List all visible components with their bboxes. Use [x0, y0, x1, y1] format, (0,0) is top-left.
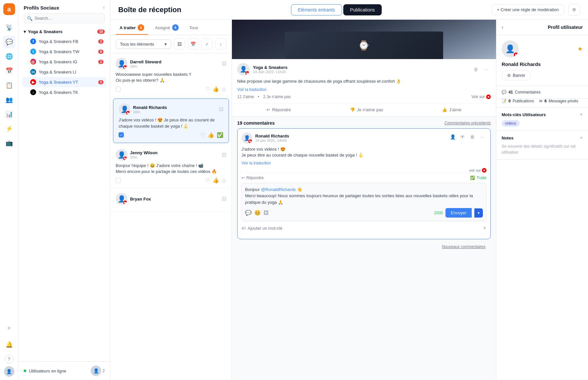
thumb-icon-3[interactable]: 👍 — [213, 177, 219, 183]
ban-icon: ⊘ — [507, 73, 511, 78]
post-like-btn[interactable]: 👍 J'aime — [439, 106, 464, 114]
post-delete-icon[interactable]: 🗑 — [471, 65, 480, 74]
header-tabs: Eléments entrants Publications — [291, 4, 382, 15]
li-icon: in — [30, 69, 36, 75]
toolbar-check-filter[interactable]: ✓ — [201, 38, 213, 50]
sidebar-item-yt[interactable]: ▶ Yoga & Sneakers YT 5 — [22, 77, 106, 87]
sidebar-item-li[interactable]: in Yoga & Sneakers LI — [22, 67, 106, 77]
post-more-icon[interactable]: ··· — [482, 65, 491, 74]
sidebar-bottom: Utilisateurs en ligne 👤 2 — [18, 361, 110, 380]
reply-mention: @RonaldRichards — [261, 187, 296, 192]
nav-user-avatar[interactable]: 👤 — [4, 366, 14, 377]
inbox-checkbox-3[interactable] — [116, 178, 121, 183]
tab-assigne-label: Assigné — [155, 25, 170, 30]
thumb-icon-1[interactable]: 👍 — [213, 86, 219, 92]
add-keyword-profile-icon[interactable]: + — [580, 112, 583, 117]
send-button[interactable]: Envoyer — [445, 208, 472, 218]
reply-image-icon[interactable]: 🖼 — [263, 210, 269, 216]
inbox-panel: A traiter 5 Assigné 4 Tous Tous les élém… — [110, 20, 232, 380]
comment-view-link-1[interactable]: voir sur ▶ — [241, 168, 486, 173]
toolbar-image-filter[interactable]: 🖼 — [174, 38, 185, 50]
tab-a-traiter-badge: 5 — [138, 24, 144, 31]
comment-delete-icon[interactable]: 🗑 — [468, 133, 477, 141]
check-icon-3[interactable]: ◎ — [222, 177, 226, 183]
sidebar-group-header[interactable]: ▾ Yoga & Sneakers 18 — [22, 27, 106, 36]
comment-assign-icon[interactable]: 👤 — [448, 133, 457, 141]
post-dislike-btn[interactable]: 👎 Je n'aime pas — [347, 106, 386, 114]
inbox-checkbox-2[interactable]: ✓ — [119, 132, 124, 137]
nav-globe[interactable]: 🌐 — [3, 50, 15, 63]
nav-calendar[interactable]: 📅 — [3, 65, 15, 77]
sidebar-collapse-icon[interactable]: ‹ — [103, 5, 105, 11]
add-note-icon[interactable]: + — [580, 135, 583, 141]
create-rule-button[interactable]: + Créer une règle de modération — [491, 4, 564, 15]
nav-help[interactable]: ? — [5, 355, 13, 363]
tab-elements-entrants[interactable]: Eléments entrants — [291, 4, 342, 15]
post-author-avatar: 👤 ▶ — [237, 63, 250, 75]
tw-icon: t — [30, 49, 36, 54]
inbox-item-1[interactable]: 👤 ▶ Darrell Steward 10m 🖼 Woooo — [110, 53, 232, 97]
post-view-link[interactable]: Voir sur ▶ — [471, 95, 491, 99]
add-keyword-icon[interactable]: + — [483, 225, 486, 232]
reply-smile-icon[interactable]: 😊 — [254, 210, 261, 216]
comment-more-icon[interactable]: ··· — [478, 133, 486, 141]
comment-hide-icon[interactable]: 👁 — [458, 133, 467, 141]
settings-icon[interactable]: ⚙ — [568, 4, 580, 16]
heart-icon-1[interactable]: ♡ — [205, 86, 210, 92]
profile-platform-badge: ▶ — [513, 52, 519, 57]
thumb-icon-2[interactable]: 👍 — [208, 132, 214, 138]
post-reply-btn[interactable]: ↩ Répondre — [264, 106, 293, 114]
toolbar-sort[interactable]: ↕ — [215, 38, 226, 50]
sidebar-item-tw[interactable]: t Yoga & Sneakers TW 8 — [22, 47, 106, 56]
sidebar-item-fb[interactable]: f Yoga & Sneakers FB 3 — [22, 36, 106, 46]
nav-add[interactable]: + — [3, 322, 15, 334]
create-rule-label: + Créer une règle de modération — [497, 7, 559, 12]
check-icon-1[interactable]: ◎ — [222, 86, 226, 92]
heart-icon-2[interactable]: ♡ — [200, 132, 205, 138]
comment-translate-1[interactable]: Voir la traduction — [241, 161, 486, 165]
keyword-chip-videos[interactable]: vidéos — [502, 120, 520, 127]
comments-nav-link[interactable]: Commentaires précédents — [444, 121, 491, 125]
send-dropdown-button[interactable]: ▾ — [474, 208, 483, 218]
nav-video[interactable]: 📺 — [3, 137, 15, 149]
post-translate-link[interactable]: Voir la traduction — [237, 87, 491, 92]
nav-analytics[interactable]: 📊 — [3, 108, 15, 120]
tab-tous[interactable]: Tous — [185, 20, 202, 35]
inbox-checkbox-1[interactable] — [116, 87, 121, 92]
ban-button[interactable]: ⊘ Bannir — [502, 70, 531, 80]
heart-icon-3[interactable]: ♡ — [205, 177, 210, 183]
comment-reply-btn-1[interactable]: ↩ Répondre — [241, 176, 264, 180]
sidebar-item-yt-label: Yoga & Sneakers YT — [39, 80, 78, 85]
tab-tous-label: Tous — [189, 25, 198, 30]
inbox-item-2[interactable]: 👤 ▶ Ronald Richards 10m 🖼 J'ado — [113, 98, 229, 143]
sidebar-item-ig[interactable]: ◎ Yoga & Sneakers IG 2 — [22, 57, 106, 67]
tab-assigne[interactable]: Assigné 4 — [151, 20, 182, 35]
sidebar-item-tk[interactable]: ♪ Yoga & Sneakers TK — [22, 87, 106, 97]
filter-select[interactable]: Tous les éléments ▾ — [116, 39, 171, 49]
search-input[interactable] — [24, 13, 105, 23]
nav-tasks[interactable]: 📋 — [3, 79, 15, 92]
comments-stat-icon: 💬 — [502, 90, 507, 95]
sidebar-group-badge: 18 — [97, 30, 105, 34]
tab-publications[interactable]: Publications — [343, 4, 382, 15]
check-icon-2[interactable]: ✅ — [217, 132, 223, 138]
inbox-avatar-1: 👤 ▶ — [116, 58, 127, 70]
new-comments-link[interactable]: Nouveaux commentaires — [237, 243, 491, 251]
reply-emoji-icon[interactable]: 💬 — [245, 210, 252, 216]
back-button[interactable]: ‹ — [502, 24, 503, 30]
inbox-item-4[interactable]: 👤 ▶ Bryan Fox 🖼 — [110, 188, 232, 212]
nav-dashboard[interactable]: ⚡ — [3, 122, 15, 135]
sidebar-search-container: 🔍 — [24, 13, 105, 23]
nav-bell[interactable]: 🔔 — [3, 338, 15, 351]
toolbar-calendar-filter[interactable]: 📅 — [188, 38, 199, 50]
nav-feed[interactable]: 📡 — [3, 21, 15, 34]
tab-a-traiter[interactable]: A traiter 5 — [116, 20, 148, 35]
app-logo[interactable]: a — [3, 3, 15, 15]
inbox-item-3[interactable]: 👤 ▶ Jenny Wilson 10m 🖼 Bonjour — [110, 144, 232, 188]
platform-badge-3: ▶ — [123, 156, 127, 161]
sidebar-item-fb-label: Yoga & Sneakers FB — [39, 39, 78, 44]
sidebar-group-label: ▾ Yoga & Sneakers — [24, 29, 62, 34]
nav-users[interactable]: 👥 — [3, 94, 15, 106]
favorite-star-icon[interactable]: ★ — [577, 45, 583, 53]
nav-inbox[interactable]: 💬 — [3, 36, 15, 48]
